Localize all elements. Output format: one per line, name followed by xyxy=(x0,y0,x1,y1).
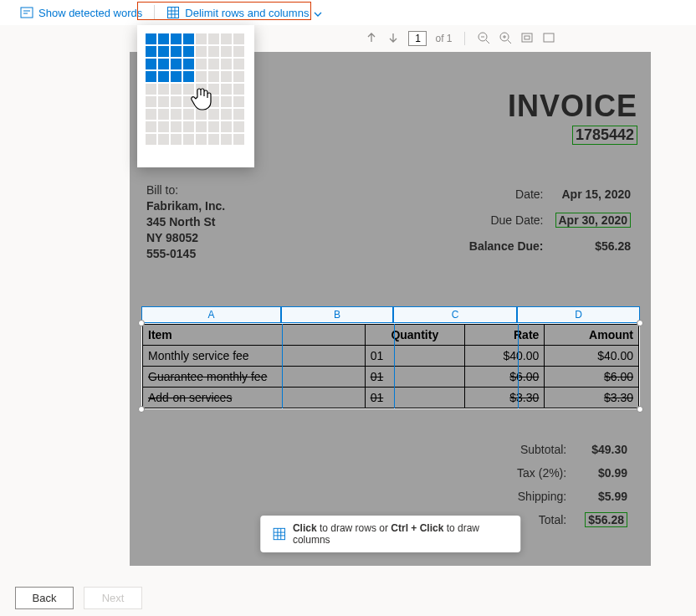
handle-bottom-right[interactable] xyxy=(637,406,643,413)
shipping-value: $5.99 xyxy=(576,485,636,507)
page-input[interactable] xyxy=(408,31,427,46)
cell-amt: $6.00 xyxy=(545,367,639,388)
svg-rect-1 xyxy=(168,8,179,18)
hint-text: Click to draw rows or Ctrl + Click to dr… xyxy=(293,522,509,546)
show-detected-words-button[interactable]: Show detected words xyxy=(13,3,149,23)
th-quantity: Quantity xyxy=(365,325,464,346)
column-divider[interactable] xyxy=(282,324,283,408)
svg-rect-5 xyxy=(525,36,530,39)
table-selection[interactable]: A B C D 1 2 3 4 Item Quantity Rate Amoun… xyxy=(130,306,651,409)
handle-top-left[interactable] xyxy=(138,320,145,326)
svg-rect-4 xyxy=(522,33,532,42)
bill-to-label: Bill to: xyxy=(146,182,225,198)
words-icon xyxy=(20,6,33,19)
zoom-out-button[interactable] xyxy=(477,31,490,47)
cell-qty: 01 xyxy=(365,388,464,408)
col-header-d[interactable]: D xyxy=(517,306,640,323)
handle-bottom-left[interactable] xyxy=(138,406,145,413)
table-row: Add-on services 01 $3.30 $3.30 xyxy=(143,388,639,408)
column-divider[interactable] xyxy=(518,324,519,408)
top-toolbar: Show detected words Delimit rows and col… xyxy=(0,0,696,25)
next-page-button[interactable] xyxy=(386,31,400,47)
zoom-in-button[interactable] xyxy=(499,31,512,47)
show-detected-words-label: Show detected words xyxy=(38,7,142,19)
due-date-value: Apr 30, 2020 xyxy=(555,213,632,228)
fit-width-button[interactable] xyxy=(542,31,555,47)
bill-to-block: Bill to: Fabrikam, Inc. 345 North St NY … xyxy=(146,182,225,261)
total-value: $56.28 xyxy=(585,512,627,527)
next-button: Next xyxy=(84,587,142,609)
svg-rect-7 xyxy=(274,528,284,539)
invoice-title: INVOICE xyxy=(508,89,637,124)
table-icon xyxy=(166,6,180,19)
th-rate: Rate xyxy=(464,325,544,346)
totals-block: Subtotal:$49.30 Tax (2%):$0.99 Shipping:… xyxy=(507,437,637,532)
subtotal-label: Subtotal: xyxy=(509,439,575,460)
column-divider[interactable] xyxy=(394,324,395,408)
balance-due-value: $56.28 xyxy=(550,234,637,259)
column-headers: A B C D xyxy=(141,306,651,323)
shipping-label: Shipping: xyxy=(509,485,575,507)
chevron-down-icon xyxy=(314,8,322,17)
cell-amt: $3.30 xyxy=(545,388,639,408)
bill-to-phone: 555-0145 xyxy=(146,246,225,262)
due-date-label: Due Date: xyxy=(464,208,549,233)
fit-page-button[interactable] xyxy=(520,31,534,47)
cell-rate: $40.00 xyxy=(464,346,544,367)
handle-top-right[interactable] xyxy=(637,320,643,326)
toolbar-separator xyxy=(154,5,155,20)
svg-rect-0 xyxy=(21,8,33,18)
th-amount: Amount xyxy=(545,325,639,346)
tax-value: $0.99 xyxy=(576,462,636,484)
table-body[interactable]: Item Quantity Rate Amount Monthly servic… xyxy=(141,323,640,409)
svg-rect-6 xyxy=(544,33,554,42)
back-button[interactable]: Back xyxy=(15,587,74,609)
grid-selector[interactable] xyxy=(146,33,246,145)
bill-to-company: Fabrikam, Inc. xyxy=(146,198,225,214)
table-row: Monthly service fee 01 $40.00 $40.00 xyxy=(143,346,639,367)
delimit-rows-columns-button[interactable]: Delimit rows and columns xyxy=(160,3,329,23)
cell-amt: $40.00 xyxy=(545,346,639,367)
invoice-number: 1785442 xyxy=(572,126,637,145)
col-header-a[interactable]: A xyxy=(141,306,281,323)
tax-label: Tax (2%): xyxy=(509,462,575,484)
cell-qty: 01 xyxy=(365,346,464,367)
cell-item: Guarantee monthly fee xyxy=(143,367,366,388)
cell-qty: 01 xyxy=(365,367,464,388)
page-of-label: of 1 xyxy=(435,33,452,44)
bill-to-street: 345 North St xyxy=(146,214,225,230)
dates-block: Date:Apr 15, 2020 Due Date:Apr 30, 2020 … xyxy=(463,181,637,261)
grid-size-panel[interactable] xyxy=(137,25,254,167)
col-header-b[interactable]: B xyxy=(281,306,393,323)
delimit-rows-columns-label: Delimit rows and columns xyxy=(185,7,309,19)
hint-toast: Click to draw rows or Ctrl + Click to dr… xyxy=(260,516,521,552)
th-item: Item xyxy=(143,325,366,346)
cell-item: Add-on services xyxy=(143,388,366,408)
subtotal-value: $49.30 xyxy=(576,439,636,460)
table-row: Guarantee monthly fee 01 $6.00 $6.00 xyxy=(143,367,639,388)
date-value: Apr 15, 2020 xyxy=(550,182,637,207)
cell-rate: $6.00 xyxy=(464,367,544,388)
document-pager: of 1 xyxy=(259,29,661,48)
bottom-bar: Back Next xyxy=(15,587,142,609)
invoice-header: INVOICE 1785442 xyxy=(508,89,637,145)
prev-page-button[interactable] xyxy=(365,31,378,47)
cell-rate: $3.30 xyxy=(464,388,544,408)
col-header-c[interactable]: C xyxy=(393,306,517,323)
balance-due-label: Balance Due: xyxy=(464,234,549,259)
cell-item: Monthly service fee xyxy=(143,346,366,367)
bill-to-city: NY 98052 xyxy=(146,230,225,246)
draw-icon xyxy=(272,526,286,542)
date-label: Date: xyxy=(464,182,549,207)
